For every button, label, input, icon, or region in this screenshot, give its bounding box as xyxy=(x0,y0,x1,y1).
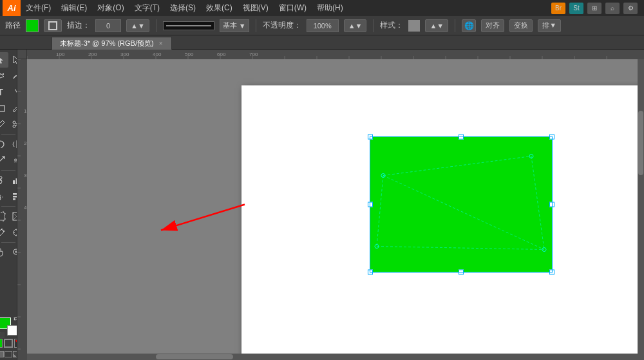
tools-icon[interactable]: ⚙ xyxy=(623,3,638,14)
warp-tool-btn[interactable]: ≋ xyxy=(9,153,18,168)
menu-help[interactable]: 帮助(H) xyxy=(312,0,348,16)
pixel-view-btn[interactable] xyxy=(13,351,17,357)
menu-effect[interactable]: 效果(C) xyxy=(201,0,238,16)
bar-graph-btn[interactable] xyxy=(9,189,18,204)
divider3 xyxy=(373,19,374,32)
outline-view-btn[interactable] xyxy=(5,351,12,357)
canvas-main-row: 100 200 300 400 xyxy=(17,59,644,360)
artboard xyxy=(242,85,644,360)
top-ruler: 100 200 300 400 500 600 700 xyxy=(27,50,644,59)
canvas-area[interactable] xyxy=(27,59,644,360)
rotate-tool-btn[interactable] xyxy=(0,137,8,152)
handle-top-right[interactable] xyxy=(549,134,554,139)
opacity-input[interactable] xyxy=(307,19,339,32)
document-tab[interactable]: 未标题-3* @ 97% (RGB/预览) × xyxy=(52,37,172,50)
mirror-tool-btn[interactable] xyxy=(9,137,18,152)
align-btn[interactable]: 对齐 xyxy=(481,19,504,32)
fill-color-box[interactable] xyxy=(26,19,39,32)
svg-text:700: 700 xyxy=(249,52,258,57)
svg-point-4 xyxy=(0,176,2,179)
tab-title: 未标题-3* @ 97% (RGB/预览) xyxy=(60,39,154,48)
measure-tool-btn[interactable] xyxy=(9,225,18,240)
left-ruler: 100 200 300 400 xyxy=(17,59,27,360)
tool-row-puppetpin xyxy=(0,173,17,188)
stroke-preview xyxy=(163,21,214,30)
vertical-scrollbar[interactable] xyxy=(638,59,644,354)
paintbrush-tool-btn[interactable] xyxy=(9,100,18,116)
handle-bottom-left[interactable] xyxy=(368,269,373,274)
workspace-icon[interactable]: ⊞ xyxy=(587,3,601,14)
svg-line-60 xyxy=(383,156,531,175)
rect-tool-btn[interactable] xyxy=(0,100,8,116)
handle-bottom-right[interactable] xyxy=(549,269,554,274)
direct-select-tool-btn[interactable] xyxy=(9,52,18,68)
handle-top-center[interactable] xyxy=(459,134,464,139)
search-btn[interactable]: ⌕ xyxy=(605,3,620,14)
menu-view[interactable]: 视图(V) xyxy=(238,0,274,16)
globe-icon-btn[interactable]: 🌐 xyxy=(462,19,476,32)
opacity-arrows[interactable]: ▲▼ xyxy=(344,19,367,32)
menu-select[interactable]: 选择(S) xyxy=(165,0,201,16)
green-rectangle[interactable] xyxy=(370,137,552,272)
background-color[interactable] xyxy=(7,325,17,336)
tool-row-eraser xyxy=(0,117,17,132)
menu-object[interactable]: 对象(O) xyxy=(92,0,129,16)
stroke-box[interactable] xyxy=(4,339,13,348)
tool-row-rotate xyxy=(0,137,17,152)
ruler-corner xyxy=(17,50,27,59)
toolbar-sep2 xyxy=(1,170,15,171)
svg-point-2 xyxy=(13,121,15,124)
menu-edit[interactable]: 编辑(E) xyxy=(56,0,92,16)
transform-btn[interactable]: 变换 xyxy=(509,19,533,32)
pen-tool-btn[interactable] xyxy=(0,68,8,84)
handle-mid-right[interactable] xyxy=(549,202,554,207)
eraser-tool-btn[interactable] xyxy=(0,117,8,132)
svg-rect-11 xyxy=(13,193,17,195)
eyedropper-btn[interactable] xyxy=(0,225,8,240)
tool-row-symbol xyxy=(0,189,17,204)
style-label: 样式： xyxy=(380,20,403,31)
tab-close-btn[interactable]: × xyxy=(158,39,164,48)
svg-rect-14 xyxy=(0,213,5,220)
divider4 xyxy=(455,19,455,32)
menu-file[interactable]: 文件(F) xyxy=(21,0,56,16)
fill-type-select[interactable]: 基本 ▼ xyxy=(220,19,249,32)
artboard-tool-btn[interactable] xyxy=(0,209,8,224)
svg-rect-18 xyxy=(27,50,644,59)
puppet-warp-btn[interactable] xyxy=(0,173,8,188)
menu-items: 文件(F) 编辑(E) 对象(O) 文字(T) 选择(S) 效果(C) 视图(V… xyxy=(21,0,551,16)
svg-point-8 xyxy=(0,196,1,200)
stroke-indicator[interactable] xyxy=(44,19,62,32)
stroke-arrows[interactable]: ▲▼ xyxy=(126,19,149,32)
menu-type[interactable]: 文字(T) xyxy=(129,0,165,16)
arrange-btn[interactable]: 排▼ xyxy=(538,19,561,32)
handle-bottom-center[interactable] xyxy=(459,269,464,274)
style-arrows[interactable]: ▲▼ xyxy=(425,19,448,32)
stock-icon[interactable]: St xyxy=(569,3,583,14)
svg-text:600: 600 xyxy=(217,52,226,57)
slice-tool-btn[interactable] xyxy=(9,209,18,224)
fill-box[interactable] xyxy=(0,339,3,348)
menu-bar: Ai 文件(F) 编辑(E) 对象(O) 文字(T) 选择(S) 效果(C) 视… xyxy=(0,0,644,16)
symbol-sprayer-btn[interactable] xyxy=(0,189,8,204)
hand-tool-btn[interactable] xyxy=(0,245,8,260)
stroke-value-input[interactable] xyxy=(95,19,121,32)
handle-top-left[interactable] xyxy=(368,134,373,139)
column-graph-btn[interactable] xyxy=(9,173,18,188)
style-color-box[interactable] xyxy=(408,20,420,32)
color-pair-container: ⇄ ⬛ xyxy=(0,317,17,336)
scale-tool-btn[interactable] xyxy=(0,153,8,168)
horizontal-scrollbar[interactable] xyxy=(27,354,644,360)
reset-colors-icon[interactable]: ⬛ xyxy=(0,332,5,338)
app-logo: Ai xyxy=(3,0,21,16)
bridge-icon[interactable]: Br xyxy=(551,3,565,14)
selection-tool-btn[interactable] xyxy=(0,52,8,68)
normal-view-btn[interactable] xyxy=(0,351,4,357)
svg-rect-13 xyxy=(13,198,15,200)
zoom-tool-btn[interactable] xyxy=(9,245,18,260)
options-bar: 路径 描边： ▲▼ 基本 ▼ 不透明度： ▲▼ 样式： ▲▼ 🌐 对齐 变换 排… xyxy=(0,16,644,35)
scissors-tool-btn[interactable] xyxy=(9,117,18,132)
handle-mid-left[interactable] xyxy=(368,202,373,207)
menu-window[interactable]: 窗口(W) xyxy=(274,0,312,16)
tool-row-pen xyxy=(0,68,17,84)
